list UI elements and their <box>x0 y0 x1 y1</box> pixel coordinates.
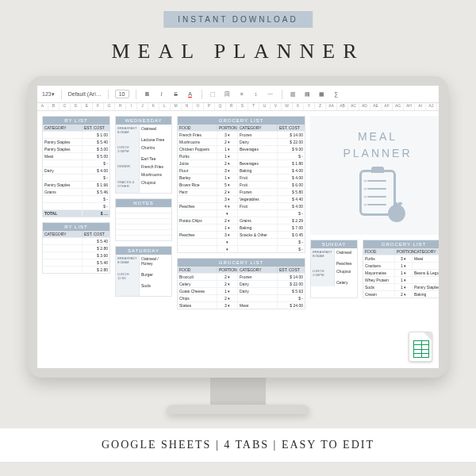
column-headers[interactable]: ABCDEFGHIJKLMNOPQRSTUVWXYZAAABACADAEAFAG… <box>37 103 439 111</box>
grocery-row[interactable]: Grains$ 5.46 <box>43 188 109 195</box>
col-AE[interactable]: AE <box>370 103 382 110</box>
col-AH[interactable]: AH <box>404 103 415 110</box>
col-I[interactable]: I <box>126 103 137 110</box>
chart-icon[interactable]: ▦ <box>317 89 327 100</box>
col-AK[interactable]: AK <box>437 103 439 110</box>
note-line[interactable] <box>116 224 171 229</box>
col-L[interactable]: L <box>159 103 171 110</box>
col-W[interactable]: W <box>282 103 293 110</box>
spreadsheet-body[interactable]: RY LIST CATEGORY EST. COST $ 1.00Pantry … <box>37 111 439 368</box>
col-G[interactable]: G <box>104 103 115 110</box>
grocery-row[interactable]: $ 2.80 <box>43 266 109 273</box>
grocery-row[interactable]: $ - <box>43 159 109 167</box>
italic-icon[interactable]: I <box>157 89 167 100</box>
bold-icon[interactable]: B <box>143 89 152 100</box>
col-N[interactable]: N <box>182 103 193 110</box>
grocery-row[interactable]: Whey Protein1 ▾ <box>363 276 439 283</box>
grocery-row[interactable]: 1 ▾Baking$ 7.00 <box>178 224 305 231</box>
notes-panel[interactable]: NOTES <box>115 198 172 241</box>
grocery-row[interactable]: Pantry Staples$ 5.40 <box>43 138 109 145</box>
grocery-row[interactable]: $ 5.40 <box>43 259 109 266</box>
grocery-row[interactable]: Pantry Staples$ 1.66 <box>43 181 109 188</box>
note-line[interactable] <box>116 207 171 213</box>
grocery-row[interactable]: ▾$ - <box>178 245 305 252</box>
grocery-row[interactable]: Flour3 ▾Baking$ 4.00 <box>178 167 305 174</box>
functions-icon[interactable]: ∑ <box>332 89 341 100</box>
grocery-row[interactable]: Mushrooms2 ▾Dairy$ 22.00 <box>178 138 305 145</box>
col-P[interactable]: P <box>204 103 215 110</box>
grocery-row[interactable]: Stakes3 ▾Meat$ 24.00 <box>178 301 305 309</box>
col-U[interactable]: U <box>259 103 271 110</box>
grocery-row[interactable]: Porks3 ▾Meat <box>363 255 439 262</box>
grocery-row[interactable]: $ - <box>43 195 109 202</box>
text-color-icon[interactable]: A <box>186 89 195 100</box>
col-Q[interactable]: Q <box>215 103 226 110</box>
grocery-row[interactable]: French Fries3 ▾Frozen$ 14.00 <box>178 131 305 138</box>
meal-row[interactable]: SNACKS & OTHERChopsui <box>116 178 171 190</box>
grocery-row[interactable]: Broccoli2 ▾Frozen$ 14.00 <box>178 273 305 280</box>
more-icon[interactable]: ⋯ <box>266 89 275 100</box>
col-K[interactable]: K <box>148 103 159 110</box>
col-O[interactable]: O <box>193 103 204 110</box>
grocery-row[interactable]: Pantry Staples$ 3.00 <box>43 145 109 152</box>
grocery-row[interactable]: $ 3.60 <box>43 251 109 259</box>
grocery-row[interactable]: Mayonnaise1 ▾Beans & Legumes <box>363 269 439 276</box>
grocery-row[interactable]: Chicken Poppers1 ▾Beverages$ 9.00 <box>178 145 305 152</box>
align-icon[interactable]: ≡ <box>237 89 247 100</box>
col-V[interactable]: V <box>271 103 282 110</box>
grocery-row[interactable]: Herz2 ▾Frozen$ 5.80 <box>178 188 305 195</box>
fill-icon[interactable]: ⬚ <box>209 89 218 100</box>
col-B[interactable]: B <box>48 103 60 110</box>
col-AG[interactable]: AG <box>393 103 404 110</box>
col-AI[interactable]: AI <box>415 103 426 110</box>
grocery-row[interactable]: Chips2 ▾$ - <box>178 294 305 301</box>
grocery-row[interactable]: Barley1 ▾Fruit$ 4.00 <box>178 174 305 181</box>
grocery-row[interactable]: Meat$ 5.00 <box>43 152 109 159</box>
meal-row[interactable]: LUNCH 2:00PMChopsui <box>311 267 357 278</box>
col-F[interactable]: F <box>93 103 104 110</box>
col-E[interactable]: E <box>82 103 93 110</box>
col-S[interactable]: S <box>237 103 248 110</box>
meal-row[interactable]: DINNERFrench Fries <box>116 163 171 171</box>
col-Y[interactable]: Y <box>304 103 315 110</box>
col-T[interactable]: T <box>248 103 259 110</box>
col-AC[interactable]: AC <box>348 103 359 110</box>
meal-row[interactable]: LUNCH 2:00PMChorizo <box>116 144 171 155</box>
meal-row[interactable]: Earl Tea <box>116 155 171 163</box>
grocery-row[interactable]: Peaches3 ▾Snacks & Other$ 0.45 <box>178 231 305 238</box>
borders-icon[interactable]: 田 <box>223 89 232 100</box>
meal-row[interactable]: BREAKFAST 8:00AMOatmeal <box>116 125 171 136</box>
col-M[interactable]: M <box>171 103 182 110</box>
note-line[interactable] <box>116 229 171 235</box>
grocery-row[interactable]: Brown Rice5 ▾Fruit$ 6.00 <box>178 181 305 188</box>
note-line[interactable] <box>116 213 171 218</box>
col-R[interactable]: R <box>226 103 237 110</box>
col-J[interactable]: J <box>137 103 148 110</box>
grocery-row[interactable]: $ - <box>43 202 109 209</box>
font-selector[interactable]: Default (Ari… <box>68 89 102 100</box>
strike-icon[interactable]: S <box>171 89 181 100</box>
meal-row[interactable]: Celery <box>311 278 357 286</box>
col-AJ[interactable]: AJ <box>426 103 437 110</box>
meal-row[interactable]: Soda <box>116 282 171 290</box>
meal-row[interactable]: Mushrooms <box>116 171 171 178</box>
meal-row[interactable]: Peaches <box>311 259 357 267</box>
grocery-row[interactable]: Peaches4 ▾Fruit$ 4.00 <box>178 202 305 209</box>
meal-row[interactable] <box>116 293 171 296</box>
grocery-row[interactable]: Potato Chips2 ▾Grains$ 2.29 <box>178 217 305 224</box>
grocery-row[interactable]: 3 ▾Vegetables$ 4.40 <box>178 195 305 202</box>
valign-icon[interactable]: ↕ <box>251 89 261 100</box>
font-size-input[interactable]: 10 <box>115 90 129 98</box>
col-AA[interactable]: AA <box>326 103 337 110</box>
col-AF[interactable]: AF <box>382 103 393 110</box>
zoom-selector[interactable]: 123▾ <box>42 89 55 100</box>
grocery-row[interactable]: Dairy$ 4.00 <box>43 167 109 174</box>
grocery-row[interactable]: $ - <box>43 174 109 181</box>
meal-row[interactable]: Lactose Free <box>116 136 171 144</box>
grocery-row[interactable]: $ 1.00 <box>43 131 109 138</box>
meal-row[interactable]: BREAKFAST 8:00AMOatmeal / Honey <box>116 255 171 267</box>
col-H[interactable]: H <box>115 103 126 110</box>
col-A[interactable]: A <box>37 103 48 110</box>
grocery-row[interactable]: Juice2 ▾Beverages$ 1.80 <box>178 159 305 167</box>
col-AD[interactable]: AD <box>359 103 370 110</box>
